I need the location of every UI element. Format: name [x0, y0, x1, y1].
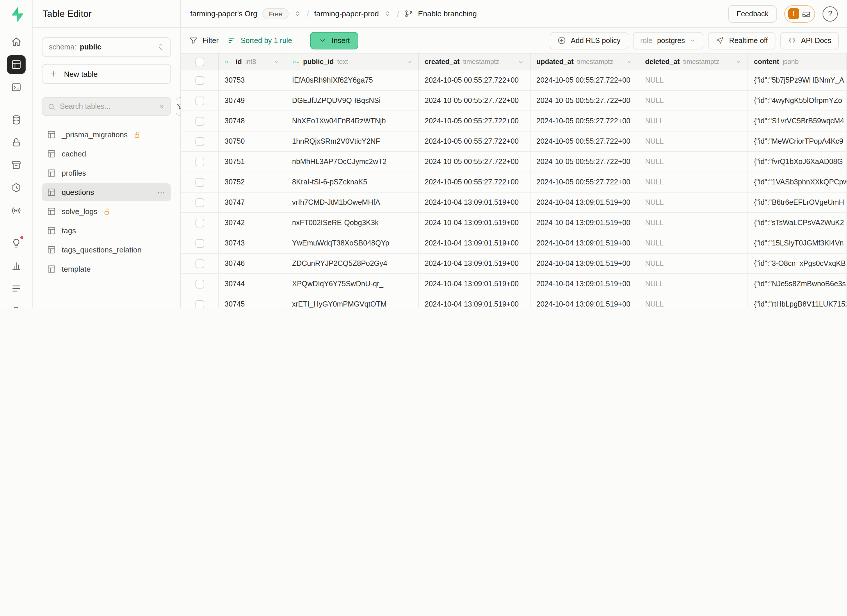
cell-deleted_at[interactable]: NULL — [639, 193, 748, 212]
cell-public_id[interactable]: xrETI_HyGY0mPMGVqtOTM — [286, 294, 419, 308]
cell-created_at[interactable]: 2024-10-05 00:55:27.722+00 — [419, 172, 531, 192]
row-checkbox[interactable] — [195, 137, 204, 146]
table-list-item-template[interactable]: template — [42, 260, 171, 278]
row-checkbox[interactable] — [195, 198, 204, 207]
column-menu-icon[interactable] — [406, 59, 412, 65]
table-row[interactable]: 30746ZDCunRYJP2CQ5Z8Po2Gy42024-10-04 13:… — [181, 253, 847, 274]
role-select[interactable]: role postgres — [633, 32, 704, 49]
reports-icon[interactable] — [7, 256, 25, 275]
cell-deleted_at[interactable]: NULL — [639, 91, 748, 111]
table-list-item-questions[interactable]: questions⋯ — [42, 183, 171, 201]
cell-content[interactable]: {"id":"B6tr6eEFLrOVgeUmH — [748, 193, 847, 212]
table-row[interactable]: 30747vrIh7CMD-JtM1bOweMHfA2024-10-04 13:… — [181, 193, 847, 213]
cell-updated_at[interactable]: 2024-10-05 00:55:27.722+00 — [531, 71, 639, 90]
sort-button[interactable]: Sorted by 1 rule — [227, 36, 292, 45]
cell-created_at[interactable]: 2024-10-05 00:55:27.722+00 — [419, 152, 531, 172]
cell-updated_at[interactable]: 2024-10-04 13:09:01.519+00 — [531, 193, 639, 212]
cell-updated_at[interactable]: 2024-10-04 13:09:01.519+00 — [531, 274, 639, 294]
row-checkbox[interactable] — [195, 96, 204, 105]
auth-icon[interactable] — [7, 133, 25, 152]
column-header-updated_at[interactable]: updated_attimestamptz — [531, 53, 639, 70]
cell-created_at[interactable]: 2024-10-05 00:55:27.722+00 — [419, 71, 531, 90]
cell-created_at[interactable]: 2024-10-04 13:09:01.519+00 — [419, 213, 531, 233]
logs-icon[interactable] — [7, 279, 25, 298]
cell-id[interactable]: 30749 — [219, 91, 286, 111]
table-row[interactable]: 30745xrETI_HyGY0mPMGVqtOTM2024-10-04 13:… — [181, 294, 847, 308]
enable-branching-button[interactable]: Enable branching — [404, 9, 477, 18]
cell-updated_at[interactable]: 2024-10-04 13:09:01.519+00 — [531, 233, 639, 253]
cell-public_id[interactable]: NhXEo1Xw04FnB4RzWTNjb — [286, 111, 419, 131]
feedback-button[interactable]: Feedback — [728, 5, 777, 22]
row-checkbox[interactable] — [195, 76, 204, 85]
cell-id[interactable]: 30745 — [219, 294, 286, 308]
cell-id[interactable]: 30743 — [219, 233, 286, 253]
cell-updated_at[interactable]: 2024-10-04 13:09:01.519+00 — [531, 213, 639, 233]
table-list-item-cached[interactable]: cached — [42, 145, 171, 163]
column-menu-icon[interactable] — [627, 59, 633, 65]
cell-content[interactable]: {"id":"1VASb3phnXXkQPCpw — [748, 172, 847, 192]
realtime-toggle-button[interactable]: Realtime off — [708, 32, 775, 49]
table-menu-icon[interactable]: ⋯ — [157, 187, 166, 197]
table-list-item-_prisma_migrations[interactable]: _prisma_migrations — [42, 126, 171, 144]
cell-id[interactable]: 30748 — [219, 111, 286, 131]
home-icon[interactable] — [7, 32, 25, 51]
column-header-id[interactable]: idint8 — [219, 53, 286, 70]
table-row[interactable]: 307501hnRQjxSRm2V0VticY2NF2024-10-05 00:… — [181, 131, 847, 152]
storage-icon[interactable] — [7, 156, 25, 174]
cell-public_id[interactable]: IEfA0sRh9hIXf62Y6ga75 — [286, 71, 419, 90]
cell-content[interactable]: {"id":"4wyNgK55lOfrpmYZo — [748, 91, 847, 111]
cell-id[interactable]: 30752 — [219, 172, 286, 192]
column-header-deleted_at[interactable]: deleted_attimestamptz — [639, 53, 748, 70]
cell-created_at[interactable]: 2024-10-04 13:09:01.519+00 — [419, 294, 531, 308]
cell-deleted_at[interactable]: NULL — [639, 111, 748, 131]
cell-deleted_at[interactable]: NULL — [639, 71, 748, 90]
row-checkbox[interactable] — [195, 259, 204, 268]
cell-deleted_at[interactable]: NULL — [639, 233, 748, 253]
edge-functions-icon[interactable] — [7, 178, 25, 197]
cell-deleted_at[interactable]: NULL — [639, 274, 748, 294]
cell-public_id[interactable]: nxFT002ISeRE-Qobg3K3k — [286, 213, 419, 233]
cell-public_id[interactable]: 1hnRQjxSRm2V0VticY2NF — [286, 131, 419, 151]
cell-updated_at[interactable]: 2024-10-05 00:55:27.722+00 — [531, 131, 639, 151]
sql-editor-icon[interactable] — [7, 78, 25, 97]
new-table-button[interactable]: New table — [42, 64, 171, 84]
cell-updated_at[interactable]: 2024-10-05 00:55:27.722+00 — [531, 172, 639, 192]
row-checkbox[interactable] — [195, 116, 204, 125]
column-header-content[interactable]: contentjsonb — [748, 53, 847, 70]
cell-deleted_at[interactable]: NULL — [639, 172, 748, 192]
cell-updated_at[interactable]: 2024-10-05 00:55:27.722+00 — [531, 111, 639, 131]
cell-id[interactable]: 30750 — [219, 131, 286, 151]
table-editor-icon[interactable] — [7, 55, 25, 74]
cell-content[interactable]: {"id":"NJe5s8ZmBwnoB6e3s — [748, 274, 847, 294]
cell-deleted_at[interactable]: NULL — [639, 131, 748, 151]
row-checkbox[interactable] — [195, 300, 204, 308]
table-row[interactable]: 30742nxFT002ISeRE-Qobg3K3k2024-10-04 13:… — [181, 213, 847, 233]
row-checkbox[interactable] — [195, 157, 204, 166]
table-row[interactable]: 30744XPQwDIqY6Y75SwDnU-qr_2024-10-04 13:… — [181, 274, 847, 294]
column-header-public_id[interactable]: public_idtext — [286, 53, 419, 70]
cell-deleted_at[interactable]: NULL — [639, 152, 748, 172]
column-menu-icon[interactable] — [735, 59, 742, 65]
cell-content[interactable]: {"id":"3-O8cn_xPgs0cVxqKB — [748, 253, 847, 273]
breadcrumb-org[interactable]: farming-paper's Org — [190, 9, 257, 18]
cell-deleted_at[interactable]: NULL — [639, 294, 748, 308]
notifications-button[interactable]: ! — [784, 5, 815, 22]
help-button[interactable]: ? — [823, 6, 838, 21]
cell-updated_at[interactable]: 2024-10-04 13:09:01.519+00 — [531, 294, 639, 308]
row-checkbox[interactable] — [195, 218, 204, 227]
cell-content[interactable]: {"id":"sTsWaLCPsVA2WuK2 — [748, 213, 847, 233]
cell-created_at[interactable]: 2024-10-04 13:09:01.519+00 — [419, 253, 531, 273]
column-menu-icon[interactable] — [518, 59, 524, 65]
breadcrumb-project[interactable]: farming-paper-prod — [314, 9, 379, 18]
cell-content[interactable]: {"id":"fvrQ1bXoJ6XaAD08G — [748, 152, 847, 172]
select-all-checkbox[interactable] — [195, 57, 204, 66]
table-list-item-tags_questions_relation[interactable]: tags_questions_relation — [42, 241, 171, 259]
cell-id[interactable]: 30751 — [219, 152, 286, 172]
cell-created_at[interactable]: 2024-10-05 00:55:27.722+00 — [419, 91, 531, 111]
table-row[interactable]: 30753IEfA0sRh9hIXf62Y6ga752024-10-05 00:… — [181, 71, 847, 91]
cell-public_id[interactable]: ZDCunRYJP2CQ5Z8Po2Gy4 — [286, 253, 419, 273]
column-menu-icon[interactable] — [273, 59, 280, 65]
chevrons-updown-icon[interactable] — [294, 10, 301, 18]
realtime-icon[interactable] — [7, 201, 25, 220]
cell-public_id[interactable]: 8KraI-tSI-6-pSZcknaK5 — [286, 172, 419, 192]
